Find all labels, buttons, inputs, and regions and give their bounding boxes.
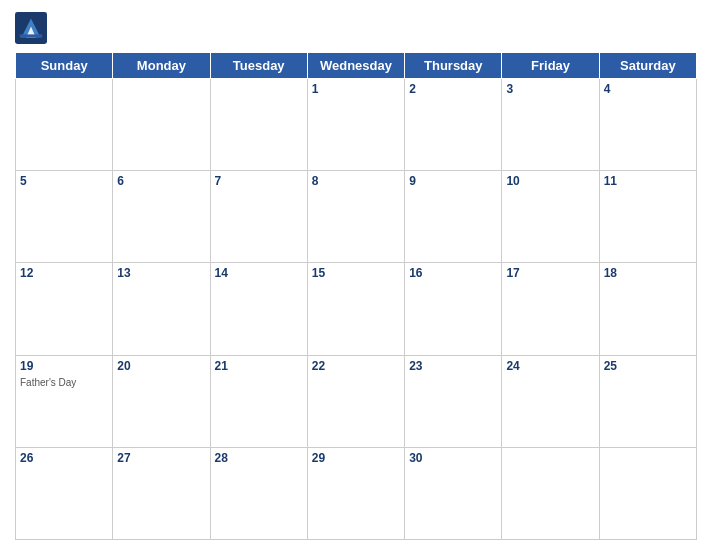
weekday-header-row: SundayMondayTuesdayWednesdayThursdayFrid… xyxy=(16,53,697,79)
day-number: 14 xyxy=(215,266,303,280)
day-number: 30 xyxy=(409,451,497,465)
calendar-cell xyxy=(16,79,113,171)
generalblue-logo-icon xyxy=(15,12,47,44)
day-number: 16 xyxy=(409,266,497,280)
calendar-week-row: 12131415161718 xyxy=(16,263,697,355)
weekday-header-saturday: Saturday xyxy=(599,53,696,79)
calendar-cell: 4 xyxy=(599,79,696,171)
calendar-cell: 21 xyxy=(210,355,307,447)
day-number: 23 xyxy=(409,359,497,373)
day-number: 8 xyxy=(312,174,400,188)
calendar-week-row: 19Father's Day202122232425 xyxy=(16,355,697,447)
calendar-cell: 7 xyxy=(210,171,307,263)
calendar-week-row: 2627282930 xyxy=(16,447,697,539)
day-number: 28 xyxy=(215,451,303,465)
day-number: 17 xyxy=(506,266,594,280)
day-number: 24 xyxy=(506,359,594,373)
calendar-week-row: 1234 xyxy=(16,79,697,171)
day-number: 21 xyxy=(215,359,303,373)
calendar-cell: 23 xyxy=(405,355,502,447)
day-number: 1 xyxy=(312,82,400,96)
calendar-cell: 24 xyxy=(502,355,599,447)
calendar-cell xyxy=(502,447,599,539)
day-number: 12 xyxy=(20,266,108,280)
calendar-cell: 20 xyxy=(113,355,210,447)
calendar-cell: 19Father's Day xyxy=(16,355,113,447)
day-number: 26 xyxy=(20,451,108,465)
day-number: 22 xyxy=(312,359,400,373)
day-number: 19 xyxy=(20,359,108,373)
day-number: 10 xyxy=(506,174,594,188)
logo xyxy=(15,12,51,44)
calendar-cell: 22 xyxy=(307,355,404,447)
day-number: 18 xyxy=(604,266,692,280)
calendar-cell: 10 xyxy=(502,171,599,263)
day-number: 9 xyxy=(409,174,497,188)
calendar-cell: 14 xyxy=(210,263,307,355)
calendar-cell: 29 xyxy=(307,447,404,539)
calendar-cell: 17 xyxy=(502,263,599,355)
day-number: 11 xyxy=(604,174,692,188)
calendar-cell: 25 xyxy=(599,355,696,447)
calendar-cell: 13 xyxy=(113,263,210,355)
calendar-cell: 11 xyxy=(599,171,696,263)
calendar-cell: 3 xyxy=(502,79,599,171)
calendar-cell: 8 xyxy=(307,171,404,263)
calendar-cell: 6 xyxy=(113,171,210,263)
weekday-header-thursday: Thursday xyxy=(405,53,502,79)
day-number: 25 xyxy=(604,359,692,373)
calendar-cell: 26 xyxy=(16,447,113,539)
weekday-header-friday: Friday xyxy=(502,53,599,79)
calendar-cell: 5 xyxy=(16,171,113,263)
day-number: 7 xyxy=(215,174,303,188)
calendar-cell: 18 xyxy=(599,263,696,355)
day-number: 6 xyxy=(117,174,205,188)
calendar-cell: 16 xyxy=(405,263,502,355)
day-number: 13 xyxy=(117,266,205,280)
weekday-header-tuesday: Tuesday xyxy=(210,53,307,79)
calendar-cell: 9 xyxy=(405,171,502,263)
day-number: 27 xyxy=(117,451,205,465)
calendar-cell: 1 xyxy=(307,79,404,171)
calendar-cell: 27 xyxy=(113,447,210,539)
day-number: 5 xyxy=(20,174,108,188)
weekday-header-monday: Monday xyxy=(113,53,210,79)
day-number: 2 xyxy=(409,82,497,96)
calendar-cell: 15 xyxy=(307,263,404,355)
calendar-table: SundayMondayTuesdayWednesdayThursdayFrid… xyxy=(15,52,697,540)
calendar-week-row: 567891011 xyxy=(16,171,697,263)
svg-rect-3 xyxy=(20,34,42,37)
calendar-cell: 2 xyxy=(405,79,502,171)
holiday-label: Father's Day xyxy=(20,377,76,388)
calendar-cell: 30 xyxy=(405,447,502,539)
calendar-cell: 12 xyxy=(16,263,113,355)
calendar-cell xyxy=(599,447,696,539)
weekday-header-sunday: Sunday xyxy=(16,53,113,79)
calendar-cell: 28 xyxy=(210,447,307,539)
weekday-header-wednesday: Wednesday xyxy=(307,53,404,79)
day-number: 4 xyxy=(604,82,692,96)
day-number: 20 xyxy=(117,359,205,373)
day-number: 29 xyxy=(312,451,400,465)
day-number: 3 xyxy=(506,82,594,96)
calendar-cell xyxy=(210,79,307,171)
calendar-cell xyxy=(113,79,210,171)
calendar-header xyxy=(15,10,697,46)
day-number: 15 xyxy=(312,266,400,280)
